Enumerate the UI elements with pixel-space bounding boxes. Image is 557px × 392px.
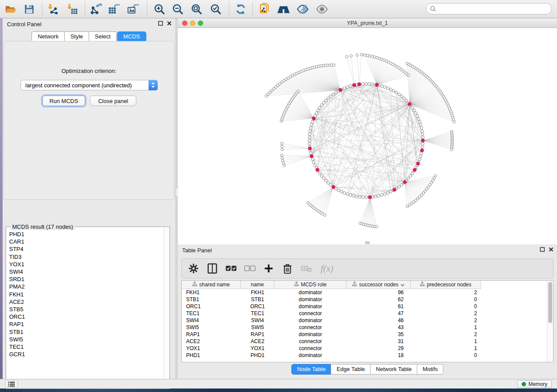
export-network-icon[interactable] — [89, 3, 104, 16]
mcds-node-item[interactable]: TEC1 — [7, 343, 163, 351]
table-row[interactable]: TEC1TEC1connector472 — [182, 310, 553, 317]
desktop-wallpaper-bottom — [0, 389, 557, 392]
sort-desc-icon — [401, 282, 405, 288]
refresh-icon[interactable] — [233, 3, 248, 16]
memory-button[interactable]: Memory — [517, 380, 552, 388]
tree-column-icon — [420, 282, 425, 288]
zoom-fit-icon[interactable] — [189, 3, 204, 16]
mcds-hub-node — [393, 188, 396, 192]
network-graph[interactable] — [178, 28, 557, 244]
mcds-node-item[interactable]: ORC1 — [7, 313, 163, 320]
import-table-icon[interactable] — [65, 3, 80, 16]
cell-successor-nodes: 47 — [346, 310, 411, 317]
mcds-hub-node — [420, 149, 424, 152]
mcds-node-item[interactable]: STP4 — [7, 245, 163, 253]
cell-MCDS-role: connector — [274, 345, 346, 352]
float-panel-icon[interactable] — [158, 21, 163, 26]
table-scrollbar-thumb[interactable] — [548, 282, 552, 323]
mcds-node-item[interactable]: PMA2 — [7, 283, 163, 290]
mcds-node-item[interactable]: FKH1 — [7, 291, 163, 298]
tab-network-table[interactable]: Network Table — [370, 364, 417, 375]
cell-MCDS-role: dominator — [274, 296, 346, 303]
table-row[interactable]: PHD1PHD1dominator180 — [182, 352, 553, 359]
zoom-out-icon[interactable] — [170, 3, 185, 16]
table-row[interactable]: SWI5SWI5connector431 — [182, 324, 553, 331]
table-row[interactable]: STB1STB1dominator620 — [182, 296, 553, 303]
cell-successor-nodes: 43 — [346, 324, 411, 331]
column-header-name[interactable]: name — [241, 281, 274, 289]
close-table-panel-icon[interactable] — [549, 247, 554, 252]
mcds-node-item[interactable]: STB5 — [7, 306, 163, 313]
search-field[interactable] — [438, 6, 543, 12]
import-network-icon[interactable] — [45, 3, 60, 16]
run-mcds-button[interactable]: Run MCDS — [42, 96, 85, 106]
table-row[interactable]: ORC1ORC1dominator610 — [182, 303, 553, 310]
column-header-predecessor-nodes[interactable]: predecessor nodes — [411, 281, 481, 289]
network-window-titlebar[interactable]: YPA_prune.txt_1 — [178, 18, 557, 28]
table-scrollbar[interactable] — [547, 281, 553, 362]
mcds-node-item[interactable]: SWI4 — [7, 268, 163, 275]
table-row[interactable]: RAP1RAP1dominator352 — [182, 331, 553, 338]
mcds-node-item[interactable]: ACE2 — [7, 298, 163, 306]
save-session-icon[interactable] — [22, 3, 37, 16]
tab-edge-table[interactable]: Edge Table — [331, 364, 370, 375]
mcds-node-item[interactable]: GCR1 — [7, 351, 163, 358]
window-close-icon[interactable] — [182, 21, 187, 26]
tab-select[interactable]: Select — [89, 31, 117, 42]
mcds-node-item[interactable]: YOX1 — [7, 261, 163, 268]
show-panel-icon[interactable] — [315, 3, 329, 16]
zoom-selected-icon[interactable] — [208, 3, 223, 16]
mcds-node-item[interactable]: RAP1 — [7, 320, 163, 328]
window-zoom-icon[interactable] — [198, 21, 203, 26]
table-row[interactable]: ACE2ACE2connector311 — [182, 338, 553, 345]
tab-network[interactable]: Network — [31, 31, 65, 42]
mcds-node-item[interactable]: TID3 — [7, 253, 163, 261]
add-column-icon[interactable] — [263, 263, 274, 274]
mcds-hub-node — [332, 186, 336, 189]
mcds-node-item[interactable]: CAR1 — [7, 238, 163, 245]
close-panel-button[interactable]: Close panel — [90, 96, 136, 106]
mcds-result-scrollbar[interactable] — [164, 227, 170, 389]
cell-name: RAP1 — [241, 331, 274, 338]
task-history-button[interactable] — [5, 380, 17, 388]
search-input[interactable] — [426, 3, 552, 14]
tab-style[interactable]: Style — [64, 31, 89, 42]
cell-name: STB1 — [241, 296, 274, 303]
cell-successor-nodes: 62 — [346, 296, 411, 303]
mcds-node-item[interactable]: PHD1 — [7, 230, 163, 238]
hide-panel-icon[interactable] — [295, 3, 310, 16]
select-all-icon[interactable] — [225, 263, 237, 274]
optimization-criterion-select[interactable]: largest connected component (undirected) — [21, 80, 158, 90]
delete-column-icon[interactable] — [282, 263, 293, 274]
table-tabs: Node TableEdge TableNetwork TableMotifs — [178, 364, 557, 375]
cell-shared-name: SWI5 — [182, 324, 241, 331]
mcds-node-item[interactable]: SRD1 — [7, 275, 163, 283]
tab-motifs[interactable]: Motifs — [417, 364, 443, 375]
close-panel-icon[interactable] — [167, 21, 172, 26]
export-table-icon[interactable] — [107, 3, 121, 16]
table-row[interactable]: FKH1FKH1dominator962 — [182, 289, 553, 296]
tab-node-table[interactable]: Node Table — [291, 364, 332, 375]
mcds-node-item[interactable]: STB1 — [7, 328, 163, 335]
table-row[interactable]: SWI4SWI4dominator462 — [182, 317, 553, 324]
search-network-icon[interactable] — [276, 3, 291, 16]
gear-icon[interactable] — [188, 263, 199, 274]
network-split-grip[interactable] — [365, 241, 370, 244]
deselect-all-icon[interactable] — [244, 263, 256, 274]
column-header-shared-name[interactable]: shared name — [182, 281, 241, 289]
table-row[interactable]: YOX1YOX1connector291 — [182, 345, 553, 352]
column-header-MCDS-role[interactable]: MCDS role — [274, 281, 346, 289]
columns-icon[interactable] — [207, 263, 218, 274]
tab-mcds[interactable]: MCDS — [117, 31, 146, 42]
float-table-panel-icon[interactable] — [540, 247, 545, 252]
cell-name: ACE2 — [241, 338, 274, 345]
mcds-node-item[interactable]: SWI5 — [7, 336, 163, 343]
open-session-icon[interactable] — [3, 3, 18, 16]
clone-network-icon[interactable] — [257, 3, 272, 16]
cell-successor-nodes: 46 — [346, 317, 411, 324]
window-minimize-icon[interactable] — [190, 21, 195, 26]
export-image-icon[interactable] — [126, 3, 141, 16]
column-header-successor-nodes[interactable]: successor nodes — [346, 281, 411, 289]
zoom-in-icon[interactable] — [152, 3, 167, 16]
cell-MCDS-role: dominator — [274, 289, 346, 296]
